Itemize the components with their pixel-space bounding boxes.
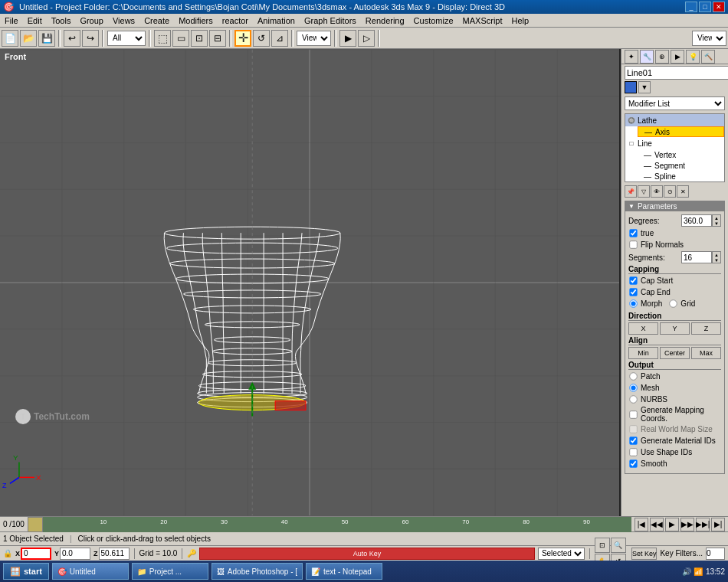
align-max-btn[interactable]: Max [691,347,721,359]
grid-radio[interactable] [670,299,677,307]
menu-animation[interactable]: Animation [253,14,300,27]
menu-maxscript[interactable]: MAXScript [458,14,507,27]
key-mode-select[interactable]: Selected [538,548,585,560]
viewport[interactable]: Front [0,49,621,516]
play-all-btn[interactable]: ▶▶ [680,518,694,531]
play-btn[interactable]: ▶ [665,518,679,531]
menu-modifiers[interactable]: Modifiers [174,14,218,27]
cap-start-check[interactable] [629,276,637,284]
prev-frame-btn[interactable]: |◀ [635,518,648,531]
make-unique-btn[interactable]: ⊙ [664,185,676,198]
select-scale-btn[interactable]: ⊿ [271,30,288,47]
menu-views[interactable]: Views [108,14,139,27]
nurbs-radio[interactable] [629,395,637,403]
save-btn[interactable]: 💾 [38,30,55,47]
degrees-up[interactable]: ▲ [713,215,720,221]
gen-material-check[interactable] [629,436,637,444]
undo-btn[interactable]: ↩ [64,30,80,47]
start-button[interactable]: 🪟 start [3,563,49,580]
shape-ids-check[interactable] [629,448,637,456]
new-btn[interactable]: 📄 [2,30,18,47]
taskbar-item-photoshop[interactable]: 🖼 Adobe Photoshop - [ [212,563,303,580]
next-key-btn[interactable]: ▶▶| [696,518,710,531]
timeline-ruler[interactable]: 0 10 20 30 40 50 60 70 80 90 [28,517,631,532]
degrees-spinner[interactable]: ▲ ▼ [712,214,721,227]
select-region-btn[interactable]: ▭ [172,30,189,47]
taskbar-item-project[interactable]: 📁 Project ... [132,563,208,580]
reference-coord-combo[interactable]: View [297,31,331,46]
create-panel-btn[interactable]: ✦ [625,50,638,64]
next-frame-btn[interactable]: ▶| [711,518,725,531]
stack-item-axis[interactable]: — Axis [638,126,724,137]
segments-up[interactable]: ▲ [713,252,720,257]
menu-file[interactable]: File [0,14,23,27]
smooth-check[interactable] [629,459,637,467]
show-result-btn[interactable]: 👁 [651,185,663,198]
cap-end-check[interactable] [629,288,637,296]
color-btn[interactable]: ▼ [638,81,651,93]
select-filter-combo[interactable]: All [107,31,146,46]
viewport-combo[interactable]: View [692,31,726,46]
pin-stack-btn[interactable]: 📌 [625,185,637,198]
timeline-thumb[interactable] [28,517,43,532]
y-input[interactable] [60,548,90,560]
taskbar-item-notepad[interactable]: 📝 text - Notepad [306,563,382,580]
select-obj-btn[interactable]: ⬚ [154,30,171,47]
redo-btn[interactable]: ↪ [82,30,99,47]
funnel-btn[interactable]: ▽ [638,185,650,198]
modify-panel-btn[interactable]: 🔧 [640,50,654,64]
stack-item-vertex[interactable]: — Vertex [638,149,724,160]
dir-y-btn[interactable]: Y [660,322,690,335]
x-input[interactable] [21,548,51,560]
utilities-panel-btn[interactable]: 🔨 [701,50,715,64]
quick-render-btn[interactable]: ▷ [358,30,375,47]
open-btn[interactable]: 📂 [20,30,37,47]
stack-item-spline[interactable]: — Spline [638,171,724,181]
remove-mod-btn[interactable]: ✕ [677,185,689,198]
motion-panel-btn[interactable]: ▶ [671,50,684,64]
nav-zoom[interactable]: 🔍 [611,538,626,553]
segments-down[interactable]: ▼ [713,257,720,263]
segments-input[interactable] [681,251,712,263]
dir-z-btn[interactable]: Z [691,322,721,335]
modifier-list-dropdown[interactable]: Modifier List [625,96,725,110]
select-crossing-btn[interactable]: ⊟ [209,30,226,47]
nav-zoom-extents[interactable]: ⊡ [595,538,610,553]
stack-item-lathe[interactable]: 🔘 Lathe [625,114,724,126]
render-scene-btn[interactable]: ▶ [339,30,356,47]
params-collapse-btn[interactable]: ▼ [628,203,635,210]
object-name-input[interactable] [625,66,728,80]
gen-mapping-check[interactable] [629,410,637,418]
menu-customize[interactable]: Customize [409,14,458,27]
flip-normals-check[interactable] [629,240,637,248]
menu-graph-editors[interactable]: Graph Editors [300,14,361,27]
minimize-btn[interactable]: _ [685,2,697,12]
select-move-btn[interactable]: ✛ [234,30,251,47]
object-color-swatch[interactable] [625,81,637,93]
select-rotate-btn[interactable]: ↺ [253,30,270,47]
menu-help[interactable]: Help [507,14,534,27]
menu-edit[interactable]: Edit [23,14,47,27]
params-header[interactable]: ▼ Parameters [625,201,724,211]
dir-x-btn[interactable]: X [628,322,658,335]
degrees-down[interactable]: ▼ [713,221,720,226]
morph-radio[interactable] [629,299,637,307]
set-key-btn[interactable]: Set Key [631,548,657,560]
close-btn[interactable]: ✕ [713,2,725,12]
stack-item-segment[interactable]: — Segment [638,160,724,171]
display-panel-btn[interactable]: 💡 [686,50,700,64]
menu-rendering[interactable]: Rendering [361,14,409,27]
align-center-btn[interactable]: Center [660,347,690,359]
auto-key-btn[interactable]: Auto Key [199,548,535,560]
menu-create[interactable]: Create [139,14,174,27]
key-value-input[interactable] [706,548,725,560]
align-min-btn[interactable]: Min [628,347,658,359]
patch-radio[interactable] [629,372,637,380]
z-input[interactable] [99,548,130,560]
select-window-btn[interactable]: ⊡ [191,30,208,47]
menu-group[interactable]: Group [75,14,108,27]
hierarchy-panel-btn[interactable]: ⊕ [655,50,669,64]
degrees-input[interactable] [681,214,712,227]
restore-btn[interactable]: □ [699,2,711,12]
weld-core-check[interactable] [629,229,637,237]
